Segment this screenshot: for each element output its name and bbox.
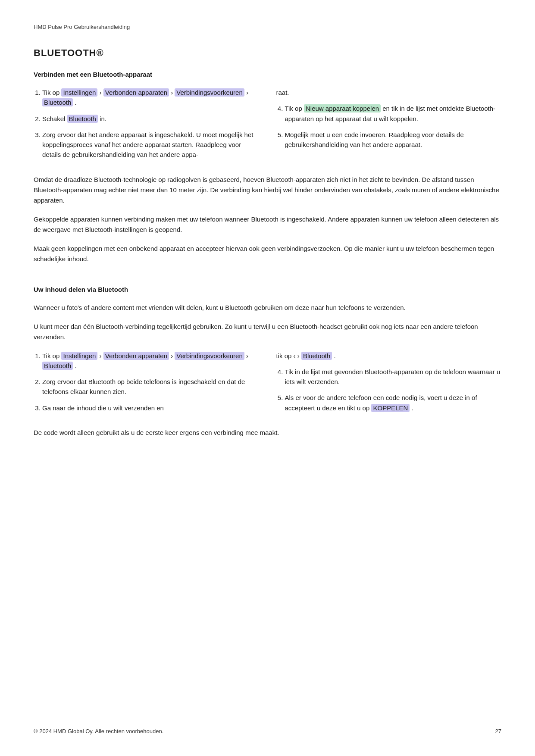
section2-footer-text: De code wordt alleen gebruikt als u de e… [34, 428, 501, 438]
page-footer: © 2024 HMD Global Oy. Alle rechten voorb… [34, 728, 501, 734]
section-title: BLUETOOTH® [34, 47, 501, 59]
list-item: Schakel Bluetooth in. [42, 114, 259, 124]
list-item: Ga naar de inhoud die u wilt verzenden e… [42, 403, 259, 413]
body-text-2: Gekoppelde apparaten kunnen verbinding m… [34, 214, 501, 235]
highlight-bluetooth-2: Bluetooth [67, 115, 98, 123]
list-item: Zorg ervoor dat het andere apparaat is i… [42, 130, 259, 160]
section2-columns: Tik op Instellingen › Verbonden apparate… [34, 351, 501, 419]
highlight-koppelen: KOPPELEN [371, 404, 410, 412]
list-item: Mogelijk moet u een code invoeren. Raadp… [285, 130, 502, 150]
list-item: Tik in de lijst met gevonden Bluetooth-a… [285, 367, 502, 387]
share-icon: ‹ [294, 351, 296, 361]
section1-list-right: Tik op Nieuw apparaat koppelen en tik in… [276, 103, 502, 150]
divider [34, 273, 501, 286]
highlight-verbonden-2: Verbonden apparaten [103, 352, 169, 360]
list-item: Tik op Nieuw apparaat koppelen en tik in… [285, 103, 502, 124]
copyright: © 2024 HMD Global Oy. Alle rechten voorb… [34, 728, 163, 734]
body-text-6: De code wordt alleen gebruikt als u de e… [34, 428, 501, 438]
subsection2-title: Uw inhoud delen via Bluetooth [34, 286, 501, 293]
list-item: Als er voor de andere telefoon een code … [285, 393, 502, 413]
section1-col-left: Tik op Instellingen › Verbonden apparate… [34, 87, 259, 166]
list-item: Zorg ervoor dat Bluetooth op beide telef… [42, 377, 259, 397]
section1-list-left: Tik op Instellingen › Verbonden apparate… [34, 87, 259, 160]
highlight-instellingen-2: Instellingen [61, 352, 97, 360]
section2-col-right: tik op ‹ › Bluetooth . Tik in de lijst m… [276, 351, 502, 419]
body-text-3: Maak geen koppelingen met een onbekend a… [34, 244, 501, 264]
section1-body: Omdat de draadloze Bluetooth-technologie… [34, 175, 501, 264]
body-text-5: U kunt meer dan één Bluetooth-verbinding… [34, 322, 501, 342]
section1-col-right: raat. Tik op Nieuw apparaat koppelen en … [276, 87, 502, 166]
highlight-bluetooth-1: Bluetooth [42, 98, 73, 106]
section2-list-right: Tik in de lijst met gevonden Bluetooth-a… [276, 367, 502, 413]
highlight-bluetooth-4: Bluetooth [301, 352, 332, 360]
page-header: HMD Pulse Pro Gebruikershandleiding [34, 24, 501, 30]
highlight-bluetooth-3: Bluetooth [42, 362, 73, 370]
section2-body-top: Wanneer u foto's of andere content met v… [34, 303, 501, 342]
highlight-verbonden: Verbonden apparaten [103, 88, 169, 97]
col-right-continuation: raat. [276, 87, 502, 97]
page-number: 27 [495, 728, 501, 734]
section2-col-left: Tik op Instellingen › Verbonden apparate… [34, 351, 259, 419]
list-item: Tik op Instellingen › Verbonden apparate… [42, 87, 259, 108]
body-text-4: Wanneer u foto's of andere content met v… [34, 303, 501, 313]
list-item: Tik op Instellingen › Verbonden apparate… [42, 351, 259, 371]
page: HMD Pulse Pro Gebruikershandleiding BLUE… [0, 0, 535, 756]
highlight-verbindingsvoorkeuren-2: Verbindingsvoorkeuren [175, 352, 244, 360]
highlight-instellingen: Instellingen [61, 88, 97, 97]
section1-columns: Tik op Instellingen › Verbonden apparate… [34, 87, 501, 166]
document-title: HMD Pulse Pro Gebruikershandleiding [34, 24, 130, 30]
subsection1-title: Verbinden met een Bluetooth-apparaat [34, 71, 501, 78]
body-text-1: Omdat de draadloze Bluetooth-technologie… [34, 175, 501, 206]
highlight-verbindingsvoorkeuren: Verbindingsvoorkeuren [175, 88, 244, 97]
highlight-nieuw-apparaat: Nieuw apparaat koppelen [304, 104, 381, 112]
col-right-2-continuation: tik op ‹ › Bluetooth . [276, 351, 502, 361]
section2-list-left: Tik op Instellingen › Verbonden apparate… [34, 351, 259, 413]
